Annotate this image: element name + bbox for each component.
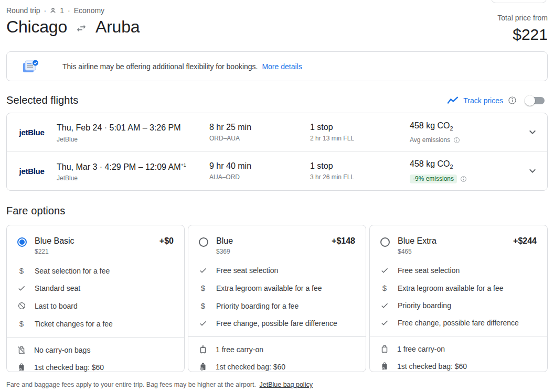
selected-flights-title: Selected flights: [6, 94, 78, 106]
fare-card-blue[interactable]: Blue $369 +$148 Free seat selection $Ext…: [188, 225, 366, 372]
flight-duration-cell: 9 hr 40 min AUA–ORD: [209, 160, 310, 181]
banner-message: This airline may be offering additional …: [62, 62, 258, 71]
fare-name: Blue Basic: [35, 236, 74, 246]
check-icon: [380, 301, 389, 310]
baggage-text: No carry-on bags: [34, 346, 90, 354]
no-carry-on-bag-icon: [17, 345, 26, 355]
dollar-icon: $: [198, 301, 208, 310]
selected-flights-list: jetBlue Thu, Feb 24 · 5:01 AM – 3:26 PM …: [6, 113, 548, 191]
dollar-icon: $: [380, 284, 389, 292]
header: Round trip · 1 · Economy Chicago Aruba T…: [6, 0, 548, 43]
baggage-text: 1st checked bag: $60: [397, 362, 467, 371]
flight-stops-cell: 1 stop 2 hr 13 min FLL: [310, 122, 410, 143]
destination-city: Aruba: [95, 17, 140, 37]
flight-duration: 9 hr 40 min: [209, 160, 310, 171]
feature-text: Priority boarding for a fee: [216, 302, 299, 310]
separator-dot: ·: [44, 6, 47, 15]
stops-count: 1 stop: [310, 160, 410, 171]
fare-price-delta: +$148: [332, 236, 355, 246]
flight-route: ORD–AUA: [209, 135, 240, 143]
baggage-text: 1 free carry-on: [216, 345, 263, 354]
flight-stops-cell: 1 stop 3 hr 26 min FLL: [310, 160, 410, 181]
airline-name: JetBlue: [57, 175, 78, 182]
info-icon[interactable]: [453, 137, 460, 144]
airline-name: JetBlue: [57, 136, 78, 144]
passenger-count: 1: [60, 6, 64, 15]
flight-row-return[interactable]: jetBlue Thu, Mar 3 · 4:29 PM – 12:09 AM+…: [7, 151, 547, 190]
airline-logo-cell: jetBlue: [7, 167, 57, 176]
flight-times: 4:29 PM – 12:09 AM: [105, 162, 181, 171]
feature-text: Extra legroom available for a fee: [398, 284, 504, 292]
swap-horizontal-icon: [76, 23, 87, 34]
feature-text: Ticket changes for a fee: [35, 320, 113, 328]
flight-date: Thu, Feb 24: [57, 124, 102, 133]
fare-card-blue-extra[interactable]: Blue Extra $465 +$244 Free seat selectio…: [369, 225, 548, 372]
toggle-knob: [525, 95, 535, 106]
chevron-down-icon[interactable]: [526, 165, 539, 177]
check-icon: [380, 319, 389, 327]
baggage-text: 1 free carry-on: [397, 345, 445, 353]
next-day-superscript: +1: [181, 162, 186, 168]
flight-duration: 8 hr 25 min: [209, 122, 310, 133]
block-icon: [17, 301, 26, 310]
jetblue-bag-policy-link[interactable]: JetBlue bag policy: [259, 381, 312, 388]
total-price-value: $221: [497, 26, 548, 43]
airline-logo-cell: jetBlue: [7, 128, 57, 137]
fare-base-price: $465: [398, 248, 436, 255]
origin-city: Chicago: [6, 17, 67, 37]
selected-flights-header: Selected flights Track prices: [6, 94, 548, 106]
flight-datetime-cell: Thu, Mar 3 · 4:29 PM – 12:09 AM+1 JetBlu…: [57, 160, 209, 182]
baggage-text: 1st checked bag: $60: [34, 363, 104, 372]
feature-text: Extra legroom available for a fee: [216, 284, 322, 292]
cutoff-top-button[interactable]: [491, 0, 547, 3]
feature-text: Last to board: [35, 302, 78, 310]
fare-base-price: $221: [35, 248, 74, 255]
more-details-link[interactable]: More details: [262, 62, 302, 71]
feature-text: Seat selection for a fee: [35, 267, 110, 275]
jetblue-logo: jetBlue: [19, 167, 45, 176]
checked-bag-icon: [380, 362, 389, 371]
header-right: Total price from $221: [497, 6, 548, 43]
emissions-badge: -9% emissions: [410, 175, 457, 183]
fare-card-blue-basic[interactable]: Blue Basic $221 +$0 $Seat selection for …: [6, 225, 185, 372]
fare-name: Blue: [216, 236, 233, 246]
fare-radio-selected[interactable]: [17, 237, 27, 247]
passenger-icon: [49, 7, 57, 14]
track-prices-label[interactable]: Track prices: [463, 96, 503, 105]
fare-price-delta: +$244: [513, 236, 537, 246]
fare-base-price: $369: [216, 248, 233, 255]
flight-booking-page: Round trip · 1 · Economy Chicago Aruba T…: [0, 0, 554, 392]
flight-emissions-cell: 458 kg CO2 Avg emissions: [410, 120, 518, 144]
dollar-icon: $: [198, 284, 208, 292]
track-prices-toggle[interactable]: [527, 97, 545, 104]
info-icon[interactable]: [460, 176, 467, 182]
fare-name: Blue Extra: [398, 236, 436, 246]
fare-radio[interactable]: [380, 237, 390, 247]
stops-count: 1 stop: [310, 122, 410, 133]
check-icon: [380, 266, 389, 275]
dollar-icon: $: [17, 266, 26, 275]
flight-row-outbound[interactable]: jetBlue Thu, Feb 24 · 5:01 AM – 3:26 PM …: [7, 113, 547, 151]
total-price-label: Total price from: [497, 14, 548, 22]
feature-text: Standard seat: [35, 284, 80, 292]
flexibility-banner: This airline may be offering additional …: [6, 51, 548, 81]
flight-times: 5:01 AM – 3:26 PM: [110, 124, 181, 133]
cabin-class-label: Economy: [74, 6, 104, 15]
info-icon[interactable]: [508, 96, 517, 105]
emissions-value: 458 kg CO: [410, 121, 450, 130]
baggage-text: 1st checked bag: $60: [216, 363, 285, 371]
flight-route: AUA–ORD: [209, 173, 240, 181]
trending-line-icon: [447, 96, 459, 105]
separator-dot: ·: [68, 6, 70, 15]
check-icon: [17, 284, 26, 292]
dollar-icon: $: [17, 319, 26, 328]
chevron-down-icon[interactable]: [526, 126, 539, 138]
feature-text: Free seat selection: [216, 266, 278, 275]
breadcrumb: Round trip · 1 · Economy: [6, 6, 140, 15]
fare-radio[interactable]: [199, 237, 208, 247]
fare-options-grid: Blue Basic $221 +$0 $Seat selection for …: [6, 225, 548, 372]
flight-duration-cell: 8 hr 25 min ORD–AUA: [209, 122, 310, 143]
header-left: Round trip · 1 · Economy Chicago Aruba: [6, 6, 140, 37]
feature-text: Free change, possible fare difference: [216, 319, 337, 328]
check-icon: [198, 266, 208, 275]
